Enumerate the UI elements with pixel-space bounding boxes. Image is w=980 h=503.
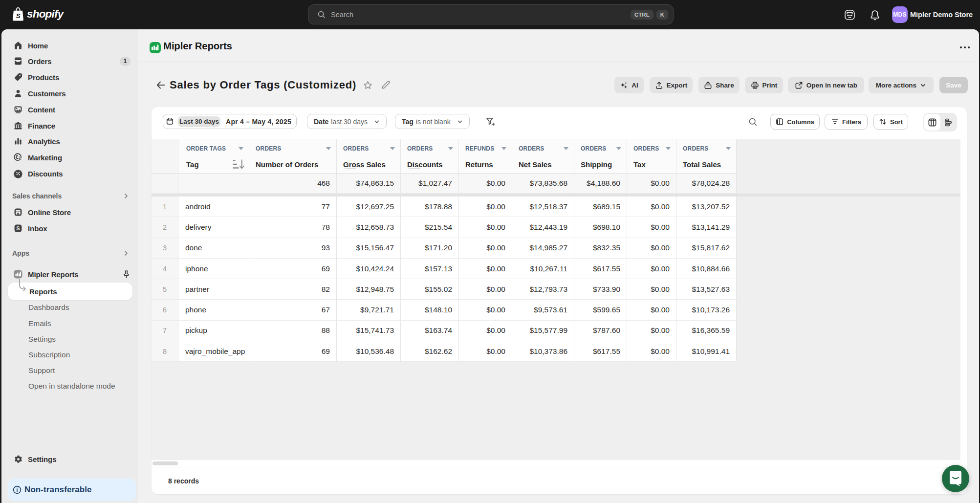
svg-text:S: S bbox=[16, 225, 20, 231]
svg-text:S: S bbox=[16, 12, 21, 20]
